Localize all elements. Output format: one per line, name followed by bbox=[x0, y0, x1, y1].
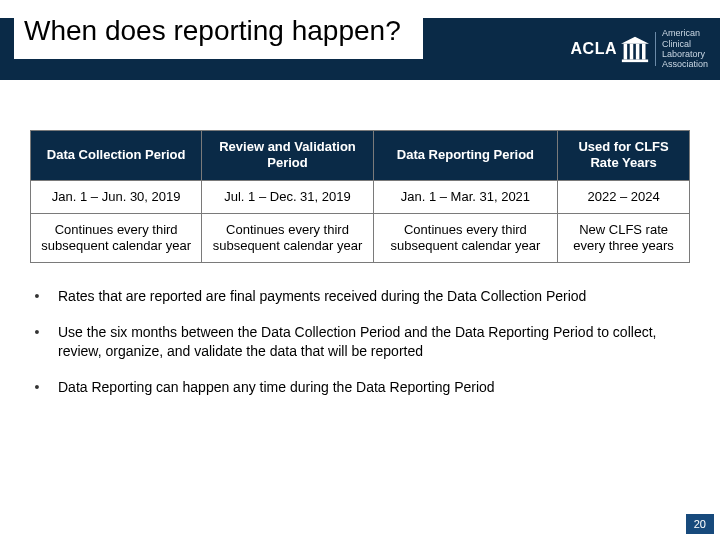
logo: ACLA American Clinical Laboratory Associ… bbox=[571, 22, 708, 76]
bullet-text: Rates that are reported are final paymen… bbox=[58, 287, 690, 307]
table-header-cell: Data Collection Period bbox=[31, 131, 202, 181]
svg-rect-2 bbox=[630, 44, 634, 60]
logo-sub-line: Laboratory bbox=[662, 49, 708, 59]
table-cell: Continues every third subsequent calenda… bbox=[31, 213, 202, 263]
content-area: Data Collection Period Review and Valida… bbox=[30, 130, 690, 414]
table-cell: New CLFS rate every three years bbox=[558, 213, 690, 263]
table-row: Continues every third subsequent calenda… bbox=[31, 213, 690, 263]
table-cell: Jul. 1 – Dec. 31, 2019 bbox=[202, 180, 373, 213]
table-header-cell: Used for CLFS Rate Years bbox=[558, 131, 690, 181]
slide: When does reporting happen? ACLA America… bbox=[0, 0, 720, 540]
reporting-table: Data Collection Period Review and Valida… bbox=[30, 130, 690, 263]
bullet-text: Use the six months between the Data Coll… bbox=[58, 323, 690, 362]
svg-rect-4 bbox=[642, 44, 646, 60]
divider bbox=[655, 32, 656, 66]
svg-marker-5 bbox=[621, 37, 649, 44]
logo-subtitle: American Clinical Laboratory Association bbox=[662, 28, 708, 69]
logo-mark: ACLA bbox=[571, 35, 649, 63]
table-cell: Continues every third subsequent calenda… bbox=[373, 213, 558, 263]
logo-building-icon bbox=[621, 35, 649, 63]
logo-sub-line: Association bbox=[662, 59, 708, 69]
svg-rect-0 bbox=[622, 60, 648, 63]
table-cell: Jan. 1 – Jun. 30, 2019 bbox=[31, 180, 202, 213]
bullet-dot-icon: • bbox=[30, 323, 44, 362]
list-item: • Use the six months between the Data Co… bbox=[30, 323, 690, 362]
bullet-dot-icon: • bbox=[30, 378, 44, 398]
table-header-cell: Data Reporting Period bbox=[373, 131, 558, 181]
logo-sub-line: Clinical bbox=[662, 39, 708, 49]
list-item: • Data Reporting can happen any time dur… bbox=[30, 378, 690, 398]
logo-sub-line: American bbox=[662, 28, 708, 38]
table-row: Jan. 1 – Jun. 30, 2019 Jul. 1 – Dec. 31,… bbox=[31, 180, 690, 213]
page-number: 20 bbox=[686, 514, 714, 534]
page-title: When does reporting happen? bbox=[14, 10, 423, 59]
bullet-dot-icon: • bbox=[30, 287, 44, 307]
table-header-row: Data Collection Period Review and Valida… bbox=[31, 131, 690, 181]
table-header-cell: Review and Validation Period bbox=[202, 131, 373, 181]
svg-rect-3 bbox=[636, 44, 640, 60]
list-item: • Rates that are reported are final paym… bbox=[30, 287, 690, 307]
bullet-text: Data Reporting can happen any time durin… bbox=[58, 378, 690, 398]
table-cell: Jan. 1 – Mar. 31, 2021 bbox=[373, 180, 558, 213]
table-cell: 2022 – 2024 bbox=[558, 180, 690, 213]
logo-text-mark: ACLA bbox=[571, 40, 617, 58]
bullet-list: • Rates that are reported are final paym… bbox=[30, 287, 690, 397]
table-cell: Continues every third subsequent calenda… bbox=[202, 213, 373, 263]
svg-rect-1 bbox=[624, 44, 628, 60]
